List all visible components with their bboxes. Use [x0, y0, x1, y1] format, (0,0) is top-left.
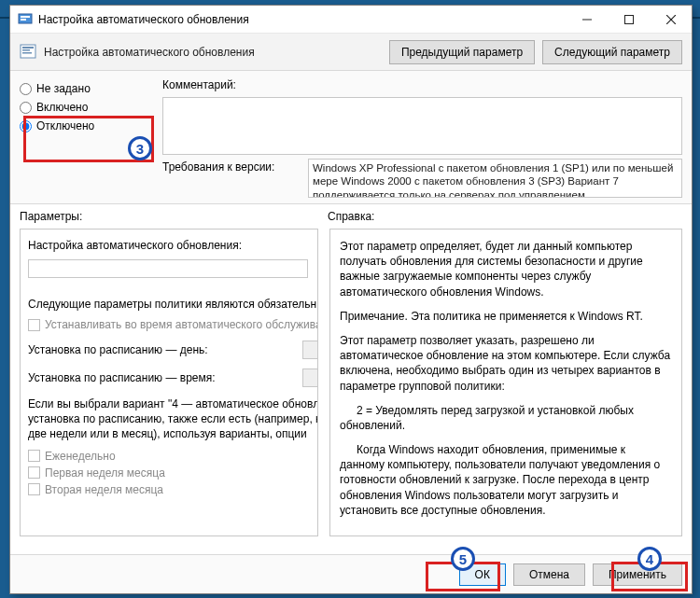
- state-radio-group: Не задано Включено Отключено: [20, 78, 155, 198]
- help-label: Справка:: [328, 210, 374, 223]
- radio-enabled-input[interactable]: [20, 102, 32, 114]
- variant4-note: Если вы выбрали вариант "4 — автоматичес…: [28, 396, 318, 442]
- install-maintenance-label: Устанавливать во время автоматического о…: [45, 318, 318, 331]
- comment-label: Комментарий:: [162, 78, 682, 91]
- close-button[interactable]: [650, 6, 692, 34]
- svg-rect-9: [22, 49, 30, 51]
- cancel-button[interactable]: Отмена: [513, 563, 585, 586]
- titlebar: Настройка автоматического обновления: [10, 6, 692, 34]
- lower-section: Настройка автоматического обновления: Сл…: [10, 225, 692, 542]
- radio-enabled-label: Включено: [36, 101, 88, 114]
- supported-on-box[interactable]: Windows XP Professional с пакетом обновл…: [308, 159, 682, 198]
- second-week-label: Вторая неделя месяца: [45, 483, 163, 496]
- options-panel[interactable]: Настройка автоматического обновления: Сл…: [20, 229, 318, 536]
- radio-disabled-input[interactable]: [20, 120, 32, 132]
- window-title: Настройка автоматического обновления: [38, 13, 249, 26]
- radio-disabled-label: Отключено: [36, 119, 94, 132]
- header-title: Настройка автоматического обновления: [44, 46, 382, 59]
- schedule-time-label: Установка по расписанию — время:: [28, 371, 216, 384]
- help-p3: Этот параметр позволяет указать, разреше…: [340, 333, 672, 394]
- radio-not-configured-label: Не задано: [36, 82, 91, 95]
- schedule-time-combo[interactable]: [302, 369, 318, 387]
- minimize-button[interactable]: [566, 6, 608, 34]
- policy-icon: [20, 44, 36, 61]
- radio-enabled[interactable]: Включено: [20, 101, 155, 114]
- comment-section: Комментарий: Требования к версии: Window…: [162, 78, 682, 198]
- weekly-checkbox[interactable]: Еженедельно: [28, 450, 318, 463]
- svg-rect-2: [21, 19, 26, 21]
- header-strip: Настройка автоматического обновления Пре…: [10, 34, 692, 71]
- options-heading: Настройка автоматического обновления:: [28, 239, 318, 252]
- supported-on-label: Требования к версии:: [162, 159, 302, 174]
- previous-setting-button[interactable]: Предыдущий параметр: [389, 40, 535, 64]
- maximize-button[interactable]: [608, 6, 650, 34]
- bottom-bar: ОК Отмена Применить: [10, 554, 692, 593]
- svg-rect-8: [22, 47, 34, 49]
- svg-rect-4: [624, 15, 633, 23]
- policy-editor-window: Настройка автоматического обновления Нас…: [9, 5, 693, 594]
- checkbox-icon: [28, 466, 40, 479]
- help-p2: Примечание. Эта политика не применяется …: [340, 309, 672, 324]
- help-p4: 2 = Уведомлять перед загрузкой и установ…: [340, 403, 672, 433]
- radio-disabled[interactable]: Отключено: [20, 119, 155, 132]
- install-maintenance-checkbox[interactable]: Устанавливать во время автоматического о…: [28, 318, 318, 331]
- lower-labels: Параметры: Справка:: [10, 204, 692, 225]
- second-week-checkbox[interactable]: Вторая неделя месяца: [28, 483, 318, 496]
- apply-button[interactable]: Применить: [593, 563, 682, 586]
- first-week-checkbox[interactable]: Первая неделя месяца: [28, 466, 318, 480]
- schedule-day-combo[interactable]: [302, 341, 318, 359]
- comment-textarea[interactable]: [162, 97, 682, 155]
- ok-button[interactable]: ОК: [459, 563, 506, 586]
- first-week-label: Первая неделя месяца: [45, 466, 165, 480]
- svg-rect-10: [22, 52, 32, 54]
- params-label: Параметры:: [20, 210, 318, 223]
- checkbox-icon: [28, 450, 40, 462]
- svg-rect-1: [21, 16, 30, 18]
- weekly-label: Еженедельно: [45, 450, 116, 463]
- next-setting-button[interactable]: Следующий параметр: [542, 40, 682, 64]
- upper-section: Не задано Включено Отключено Комментарий…: [10, 71, 692, 204]
- app-icon: [18, 12, 33, 27]
- checkbox-icon: [28, 483, 40, 495]
- radio-not-configured-input[interactable]: [20, 83, 32, 95]
- schedule-day-label: Установка по расписанию — день:: [28, 343, 208, 356]
- checkbox-icon: [28, 319, 40, 331]
- update-mode-combo[interactable]: [28, 259, 308, 278]
- help-p5: Когда Windows находит обновления, примен…: [340, 442, 672, 518]
- help-p1: Этот параметр определяет, будет ли данны…: [340, 239, 672, 299]
- mandatory-note: Следующие параметры политики являются об…: [28, 298, 318, 311]
- help-panel[interactable]: Этот параметр определяет, будет ли данны…: [329, 229, 682, 536]
- radio-not-configured[interactable]: Не задано: [20, 82, 155, 95]
